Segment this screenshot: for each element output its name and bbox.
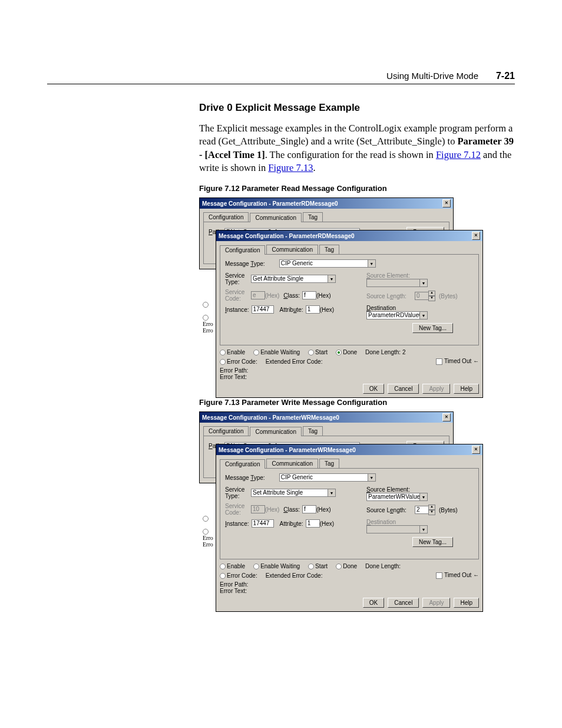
ok-button[interactable]: OK <box>363 598 384 608</box>
button-row: OK Cancel Apply Help <box>220 598 479 608</box>
source-element-combo[interactable]: ParameterWRValue0 ▼ <box>366 493 428 501</box>
error-code-label: Error Code: <box>227 572 257 579</box>
tabs: Configuration Communication Tag <box>220 459 482 468</box>
service-type-combo[interactable]: Get Attribute Single ▼ <box>251 275 336 283</box>
apply-button: Apply <box>422 598 450 608</box>
tab-configuration[interactable]: Configuration <box>203 426 249 436</box>
title-bar[interactable]: Message Configuration - ParameterWRMessa… <box>216 444 482 455</box>
service-type-label: Service Type: <box>225 272 249 285</box>
cancel-button[interactable]: Cancel <box>388 598 419 608</box>
hex-label: (Hex) <box>316 292 330 299</box>
checkbox[interactable] <box>436 358 442 365</box>
spinner: ▲▼ <box>428 291 435 301</box>
attribute-field[interactable]: 1 <box>306 519 320 528</box>
done-label: Done <box>343 563 357 569</box>
class-field[interactable]: f <box>302 291 316 299</box>
chevron-down-icon: ▼ <box>419 525 428 533</box>
tab-tag[interactable]: Tag <box>319 459 339 468</box>
spinner[interactable]: ▲▼ <box>428 505 435 515</box>
tab-tag[interactable]: Tag <box>319 245 339 254</box>
help-button[interactable]: Help <box>454 384 479 394</box>
radio-icon <box>203 516 209 522</box>
enable-label: Enable <box>227 563 245 569</box>
source-element-label: Source Element: <box>366 272 412 279</box>
new-tag-button[interactable]: New Tag... <box>412 537 453 547</box>
message-type-label: Message Type: <box>225 475 265 481</box>
radio-icon <box>220 573 226 579</box>
close-icon[interactable]: × <box>442 413 451 421</box>
figure-7-13-caption: Figure 7.13 Parameter Write Message Conf… <box>199 398 515 407</box>
tab-configuration[interactable]: Configuration <box>203 212 249 222</box>
timed-out-label: Timed Out <box>444 572 471 578</box>
tab-body: Message Type: CIP Generic ▼ Service Type… <box>220 254 479 345</box>
error-text-label: Error Text: <box>220 374 479 380</box>
tab-communication[interactable]: Communication <box>250 213 301 222</box>
tab-communication[interactable]: Communication <box>266 245 318 254</box>
chevron-down-icon[interactable]: ▼ <box>419 311 428 319</box>
tab-tag[interactable]: Tag <box>303 212 323 222</box>
tab-communication[interactable]: Communication <box>266 459 318 468</box>
close-icon[interactable]: × <box>442 199 451 207</box>
checkbox[interactable] <box>436 572 442 579</box>
done-length-label: Done Length: <box>365 563 401 569</box>
new-tag-button[interactable]: New Tag... <box>412 323 453 333</box>
source-length-field[interactable]: 2 <box>415 506 429 514</box>
tabs: Configuration Communication Tag <box>203 212 453 222</box>
chevron-down-icon[interactable]: ▼ <box>328 489 336 497</box>
figure-7-12-caption: Figure 7.12 Parameter Read Message Confi… <box>199 184 515 193</box>
destination-combo[interactable]: ParameterRDValue0 ▼ <box>366 311 428 319</box>
section-heading: Drive 0 Explicit Message Example <box>199 102 515 114</box>
title-bar[interactable]: Message Configuration - ParameterRDMessa… <box>200 198 453 209</box>
truncated-label: Erro <box>203 541 213 548</box>
truncated-label: Erro <box>203 535 213 541</box>
dialog-write-inner: Message Configuration - ParameterWRMessa… <box>216 444 483 612</box>
chevron-down-icon[interactable]: ▼ <box>328 275 336 283</box>
title-bar[interactable]: Message Configuration - ParameterWRMessa… <box>200 412 453 423</box>
tab-communication[interactable]: Communication <box>250 427 301 436</box>
page-header-title: Using Multi-Drive Mode <box>386 71 478 81</box>
figure-7-13: Message Configuration - ParameterWRMessa… <box>199 411 482 594</box>
radio-icon <box>220 359 226 365</box>
service-type-combo[interactable]: Set Attribute Single ▼ <box>251 489 336 497</box>
cancel-button[interactable]: Cancel <box>388 384 419 394</box>
chevron-down-icon[interactable]: ▼ <box>368 473 376 482</box>
link-figure-7-12[interactable]: Figure 7.12 <box>436 149 481 160</box>
page-header: Using Multi-Drive Mode 7-21 <box>47 71 515 84</box>
chevron-down-icon[interactable]: ▼ <box>368 259 376 268</box>
enable-waiting-label: Enable Waiting <box>260 349 300 355</box>
instance-field[interactable]: 17447 <box>252 305 274 314</box>
title-bar[interactable]: Message Configuration - ParameterRDMessa… <box>216 230 482 241</box>
text: . <box>313 162 315 173</box>
tab-configuration[interactable]: Configuration <box>220 459 265 469</box>
ok-button[interactable]: OK <box>363 384 384 394</box>
figure-7-12: Message Configuration - ParameterRDMessa… <box>199 197 482 380</box>
service-type-value: Get Attribute Single <box>251 275 328 283</box>
hex-label: (Hex) <box>320 521 334 527</box>
tab-configuration[interactable]: Configuration <box>220 245 265 255</box>
tab-tag[interactable]: Tag <box>303 426 323 436</box>
help-button[interactable]: Help <box>454 598 479 608</box>
hex-label: (Hex) <box>265 292 279 299</box>
message-type-combo[interactable]: CIP Generic ▼ <box>279 259 376 268</box>
close-icon[interactable]: × <box>472 232 480 240</box>
radio-icon <box>220 564 226 569</box>
radio-icon <box>336 564 342 569</box>
source-element-value <box>366 279 419 287</box>
message-type-combo[interactable]: CIP Generic ▼ <box>279 473 376 482</box>
class-field[interactable]: f <box>302 505 316 513</box>
attribute-field[interactable]: 1 <box>306 305 320 314</box>
destination-value <box>366 525 419 533</box>
attribute-label: Attribute: <box>280 521 303 527</box>
start-label: Start <box>315 563 328 569</box>
instance-field[interactable]: 17447 <box>252 519 274 528</box>
enable-label: Enable <box>227 349 245 355</box>
error-path-label: Error Path: <box>220 581 479 588</box>
close-icon[interactable]: × <box>472 446 480 454</box>
truncated-label: Erro <box>203 327 213 334</box>
chevron-down-icon[interactable]: ▼ <box>419 493 428 501</box>
enable-waiting-label: Enable Waiting <box>260 563 300 569</box>
hex-label: (Hex) <box>316 506 330 513</box>
truncated-status: Erro Erro <box>203 301 213 334</box>
link-figure-7-13[interactable]: Figure 7.13 <box>268 162 313 173</box>
class-label: Class: <box>282 292 300 299</box>
